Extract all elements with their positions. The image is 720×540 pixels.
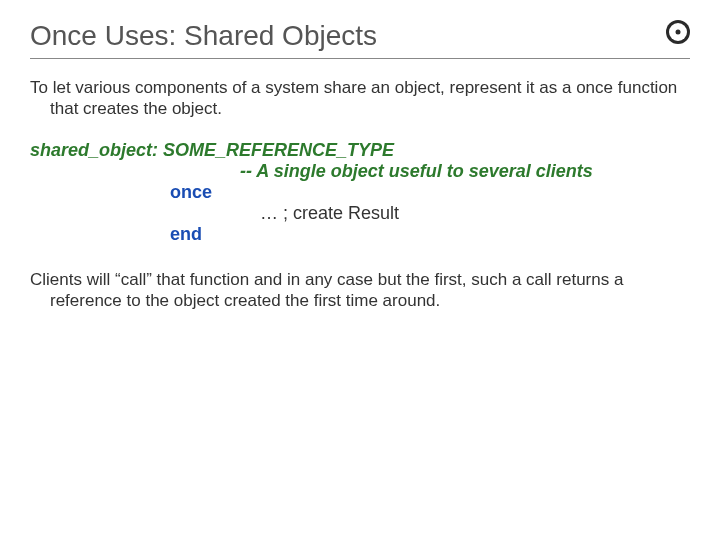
slide-title: Once Uses: Shared Objects <box>30 20 690 52</box>
title-rule <box>30 58 690 59</box>
keyword-once: once <box>170 182 212 202</box>
code-comment: -- A single object useful to several cli… <box>30 161 690 182</box>
code-signature: shared_object: SOME_REFERENCE_TYPE <box>30 140 690 161</box>
intro-paragraph: To let various components of a system sh… <box>30 77 690 120</box>
keyword-end: end <box>170 224 202 244</box>
code-body: … ; create Result <box>30 203 690 224</box>
eiffel-logo-icon <box>664 18 692 46</box>
code-end-line: end <box>30 224 690 245</box>
slide: Once Uses: Shared Objects To let various… <box>0 0 720 540</box>
code-once-line: once <box>30 182 690 203</box>
code-block: shared_object: SOME_REFERENCE_TYPE -- A … <box>30 140 690 245</box>
svg-point-2 <box>676 30 681 35</box>
outro-paragraph: Clients will “call” that function and in… <box>30 269 690 312</box>
